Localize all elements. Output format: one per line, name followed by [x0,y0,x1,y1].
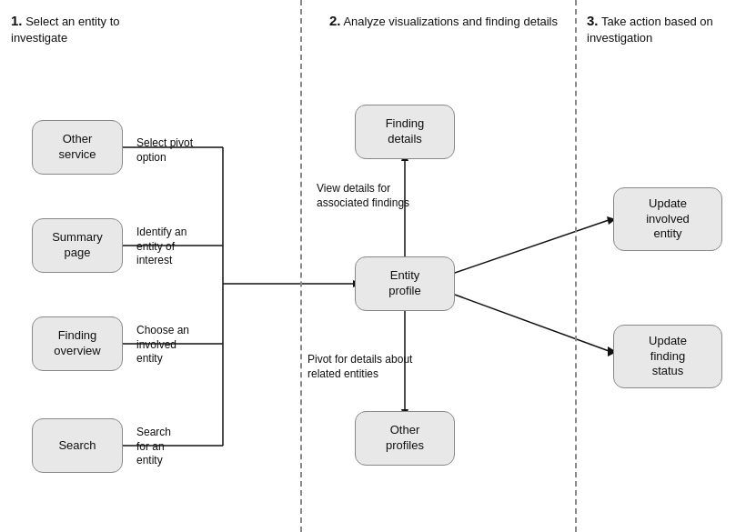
svg-line-13 [455,295,611,352]
other-service-box: Otherservice [32,120,123,175]
summary-page-label: Summarypage [52,230,103,261]
label-choose: Choose aninvolvedentity [136,324,189,366]
other-profiles-box: Otherprofiles [355,411,455,466]
finding-overview-label: Findingoverview [54,328,100,359]
svg-line-11 [455,219,611,273]
entity-profile-box: Entityprofile [355,256,455,311]
step-num-3: 3. [587,13,599,28]
finding-overview-box: Findingoverview [32,316,123,371]
other-profiles-label: Otherprofiles [386,423,424,454]
step-header-1: 1. Select an entity to investigate [11,11,275,46]
update-finding-status-box: Updatefindingstatus [613,325,722,388]
label-select-pivot: Select pivotoption [136,136,193,165]
label-search-for: Searchfor anentity [136,426,171,468]
step-num-1: 1. [11,13,23,28]
col-divider-1 [300,0,302,532]
diagram: 1. Select an entity to investigate 2. An… [0,0,756,532]
update-finding-status-label: Updatefindingstatus [649,334,687,380]
label-identify: Identify anentity ofinterest [136,226,186,268]
finding-details-box: Findingdetails [355,105,455,159]
step-header-2: 2. Analyze visualizations and finding de… [329,11,566,30]
finding-details-label: Findingdetails [386,116,425,147]
step-header-3: 3. Take action based on investigation [587,11,751,46]
summary-page-box: Summarypage [32,218,123,273]
step-title-3: Take action based on investigation [587,15,713,45]
search-box: Search [32,418,123,473]
update-involved-entity-label: Updateinvolvedentity [646,196,690,243]
label-pivot-details: Pivot for details aboutrelated entities [307,353,412,381]
search-label: Search [58,438,96,454]
step-title-1: Select an entity to investigate [11,15,119,45]
update-involved-entity-box: Updateinvolvedentity [613,187,722,251]
label-view-details: View details forassociated findings [317,182,409,210]
other-service-label: Otherservice [58,132,96,163]
step-title-2: Analyze visualizations and finding detai… [343,15,558,28]
col-divider-2 [575,0,577,532]
entity-profile-label: Entityprofile [388,268,420,299]
step-num-2: 2. [329,13,341,28]
